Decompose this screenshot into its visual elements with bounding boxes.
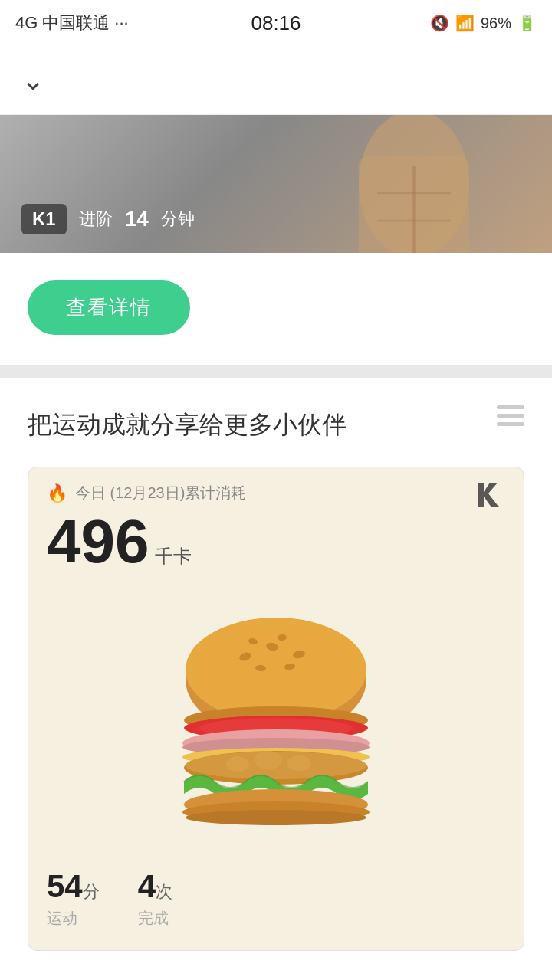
nav-bar: ⌄ <box>0 46 552 115</box>
stats-header: 🔥 今日 (12月23日)累计消耗 <box>28 467 524 511</box>
signal-icon: 4G <box>15 13 38 33</box>
keep-logo <box>475 481 505 515</box>
stat-times: 4次 完成 <box>138 868 172 929</box>
stat-times-unit: 次 <box>156 882 172 901</box>
workout-time-value: 14 <box>125 207 149 231</box>
battery-icon: 🔋 <box>518 14 537 32</box>
workout-level-k1: K1 <box>21 204 67 234</box>
status-right: 🔇 📶 96% 🔋 <box>430 14 537 32</box>
menu-icon[interactable] <box>497 405 524 426</box>
workout-card: K1 进阶 14 分钟 查看详情 <box>0 115 552 365</box>
stat-times-label: 完成 <box>138 908 172 929</box>
carrier-name: 中国联通 <box>42 11 110 34</box>
fire-icon: 🔥 <box>47 483 67 503</box>
stats-date: 今日 (12月23日)累计消耗 <box>75 483 246 503</box>
stat-minutes: 54分 运动 <box>47 868 100 929</box>
svg-point-6 <box>186 618 366 722</box>
wifi-icon: 📶 <box>455 14 475 32</box>
detail-button[interactable]: 查看详情 <box>28 280 190 335</box>
svg-point-24 <box>287 755 311 771</box>
status-left: 4G 中国联通 ··· <box>15 11 129 34</box>
back-button[interactable]: ⌄ <box>21 64 44 97</box>
share-card: 把运动成就分享给更多小伙伴 🔥 今日 (12月23日)累计消耗 496 千卡 <box>0 378 552 980</box>
workout-time-unit: 分钟 <box>161 208 195 231</box>
status-time: 08:16 <box>251 11 301 35</box>
content: K1 进阶 14 分钟 查看详情 把运动成就分 <box>0 115 552 980</box>
svg-point-22 <box>226 756 249 772</box>
workout-image: K1 进阶 14 分钟 <box>0 115 552 253</box>
stat-minutes-unit: 分 <box>83 882 100 901</box>
status-bar: 4G 中国联通 ··· 08:16 🔇 📶 96% 🔋 <box>0 0 552 46</box>
mute-icon: 🔇 <box>430 14 449 32</box>
battery-percent: 96% <box>481 15 511 32</box>
svg-point-23 <box>255 751 282 769</box>
carrier-dots: ··· <box>114 13 128 33</box>
workout-level-label: 进阶 <box>79 208 113 231</box>
calories-number: 496 <box>47 511 149 572</box>
workout-badge: K1 进阶 14 分钟 <box>21 204 195 234</box>
calories-unit: 千卡 <box>155 544 192 569</box>
stat-minutes-label: 运动 <box>47 908 100 929</box>
stats-calories: 496 千卡 <box>28 511 524 580</box>
stats-card: 🔥 今日 (12月23日)累计消耗 496 千卡 <box>28 467 524 951</box>
stat-minutes-value: 54 <box>47 868 83 904</box>
burger-image <box>28 580 524 856</box>
stats-row: 54分 运动 4次 完成 <box>28 856 524 950</box>
share-title: 把运动成就分享给更多小伙伴 <box>28 408 347 442</box>
svg-point-27 <box>186 810 366 825</box>
stat-times-value: 4 <box>138 868 156 904</box>
